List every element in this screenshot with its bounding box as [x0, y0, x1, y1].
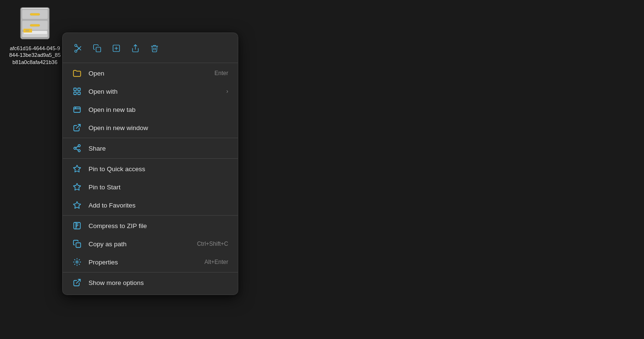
pin-quick-label: Pin to Quick access — [89, 165, 228, 173]
properties-icon — [72, 257, 82, 267]
divider-1 — [63, 63, 238, 63]
svg-marker-35 — [74, 202, 81, 208]
divider-3 — [63, 158, 238, 159]
cut-button[interactable] — [69, 40, 87, 57]
menu-item-copy-path[interactable]: Copy as path Ctrl+Shift+C — [65, 235, 236, 253]
menu-item-open-new-window[interactable]: Open in new window — [65, 119, 236, 137]
icon-image — [16, 4, 54, 42]
svg-point-42 — [76, 261, 78, 263]
divider-5 — [63, 272, 238, 273]
svg-rect-7 — [23, 29, 32, 33]
menu-item-favorites[interactable]: Add to Favorites — [65, 196, 236, 214]
properties-label: Properties — [89, 259, 198, 266]
open-new-tab-label: Open in new tab — [89, 106, 228, 113]
pin-start-icon — [72, 182, 82, 192]
properties-shortcut: Alt+Enter — [204, 259, 228, 265]
open-new-window-label: Open in new window — [89, 124, 228, 131]
favorites-label: Add to Favorites — [89, 202, 228, 209]
new-window-icon — [72, 123, 82, 132]
new-tab-icon — [72, 105, 82, 114]
svg-line-34 — [76, 146, 78, 148]
svg-rect-4 — [30, 24, 40, 26]
divider-4 — [63, 215, 238, 216]
share-toolbar-button[interactable] — [127, 40, 144, 57]
svg-rect-36 — [74, 222, 80, 229]
menu-item-open[interactable]: Open Enter — [65, 64, 236, 82]
svg-rect-41 — [76, 243, 81, 248]
svg-line-33 — [76, 149, 78, 150]
menu-item-share[interactable]: Share — [65, 139, 236, 157]
cut-icon — [74, 44, 82, 53]
desktop-icon[interactable]: afc61d16-4644-045-9844-13be32ad9a5_85b81… — [9, 4, 61, 66]
divider-2 — [63, 138, 238, 138]
svg-rect-17 — [96, 47, 101, 52]
folder-open-svg — [72, 68, 82, 78]
share-toolbar-icon — [131, 44, 140, 53]
copy-path-icon — [72, 239, 82, 249]
copy-icon — [93, 44, 101, 53]
menu-item-compress[interactable]: Compress to ZIP file — [65, 217, 236, 235]
delete-button[interactable] — [146, 40, 163, 57]
share-icon — [72, 143, 82, 153]
show-more-label: Show more options — [89, 279, 228, 286]
menu-item-pin-quick[interactable]: Pin to Quick access — [65, 160, 236, 178]
show-more-icon — [72, 278, 82, 287]
menu-item-open-new-tab[interactable]: Open in new tab — [65, 100, 236, 119]
delete-icon — [150, 44, 159, 53]
open-shortcut: Enter — [214, 70, 228, 77]
compress-icon — [72, 221, 82, 230]
open-icon — [72, 68, 82, 78]
menu-item-show-more[interactable]: Show more options — [65, 273, 236, 292]
copy-path-label: Copy as path — [89, 241, 190, 248]
open-with-arrow: › — [226, 88, 228, 95]
pin-quick-icon — [72, 164, 82, 174]
toolbar-row — [63, 36, 238, 62]
menu-item-open-with[interactable]: Open with › — [65, 82, 236, 100]
svg-rect-2 — [30, 13, 40, 15]
menu-item-properties[interactable]: Properties Alt+Enter — [65, 253, 236, 271]
compress-label: Compress to ZIP file — [89, 222, 228, 230]
rename-icon — [112, 44, 121, 53]
rename-button[interactable] — [108, 40, 125, 57]
favorites-icon — [72, 200, 82, 210]
icon-label: afc61d16-4644-045-9844-13be32ad9a5_85b81… — [9, 45, 61, 66]
svg-rect-10 — [22, 37, 48, 39]
svg-rect-26 — [74, 107, 80, 112]
svg-line-43 — [77, 279, 80, 283]
open-with-icon — [72, 87, 82, 96]
copy-path-shortcut: Ctrl+Shift+C — [197, 241, 228, 247]
pin-start-label: Pin to Start — [89, 184, 228, 191]
cabinet-icon-svg — [16, 4, 54, 42]
menu-item-pin-start[interactable]: Pin to Start — [65, 178, 236, 196]
svg-rect-11 — [22, 8, 48, 9]
context-menu: Open Enter Open with › Open in new tab — [62, 33, 238, 295]
svg-line-16 — [78, 46, 81, 50]
share-label: Share — [89, 145, 228, 152]
svg-rect-25 — [78, 92, 80, 95]
svg-line-29 — [77, 124, 80, 128]
svg-rect-24 — [74, 92, 76, 95]
svg-rect-23 — [78, 88, 80, 90]
open-with-label: Open with — [89, 88, 220, 95]
svg-rect-22 — [74, 88, 76, 90]
open-label: Open — [89, 70, 208, 77]
copy-button[interactable] — [89, 40, 106, 57]
